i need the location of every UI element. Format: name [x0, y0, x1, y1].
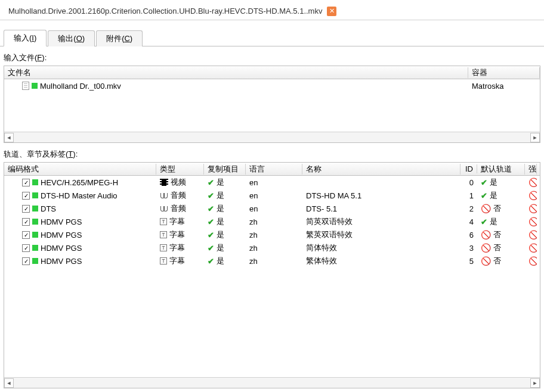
th-id[interactable]: ID [460, 164, 477, 173]
track-row[interactable]: ✓HEVC/H.265/MPEG-H 视频✔ 是en0✔ 是🚫 [4, 176, 540, 189]
track-forced: 🚫 [525, 217, 537, 226]
track-row[interactable]: ✓HDMV PGST 字幕✔ 是zh简英双语特效4✔ 是🚫 [4, 215, 540, 228]
track-id: 1 [469, 191, 474, 200]
track-type: 字幕 [169, 216, 185, 227]
file-tab[interactable]: Mulholland.Drive.2001.2160p.Criterion.Co… [4, 4, 327, 18]
track-checkbox[interactable]: ✓ [22, 231, 30, 239]
scroll-left-icon[interactable]: ◄ [4, 378, 14, 388]
file-icon [22, 82, 29, 90]
track-row[interactable]: ✓DTS-HD Master Audio 音频✔ 是enDTS-HD MA 5.… [4, 189, 540, 202]
track-lang: zh [249, 244, 258, 253]
th-type[interactable]: 类型 [156, 164, 204, 175]
track-checkbox[interactable]: ✓ [22, 179, 30, 186]
text-icon: T [160, 231, 167, 238]
files-body[interactable]: Mulholland Dr._t00.mkvMatroska [4, 79, 540, 132]
track-codec: HDMV PGS [41, 257, 82, 266]
track-name: 繁英双语特效 [306, 229, 353, 240]
text-icon: T [160, 257, 167, 265]
track-default: 🚫 否 [477, 256, 525, 266]
track-default: ✔ 是 [477, 216, 525, 227]
track-type: 字幕 [169, 256, 185, 266]
th-name[interactable]: 名称 [302, 164, 460, 175]
files-header: 文件名 容器 [4, 66, 540, 79]
track-default: 🚫 否 [477, 229, 525, 240]
track-checkbox[interactable]: ✓ [22, 192, 30, 200]
check-icon: ✔ [208, 244, 214, 253]
track-copy: ✔ 是 [204, 177, 246, 188]
check-icon: ✔ [481, 217, 487, 226]
files-hscrollbar[interactable]: ◄ ► [4, 132, 540, 142]
track-lang: en [249, 191, 258, 200]
th-copy[interactable]: 复制项目 [204, 164, 246, 175]
track-checkbox[interactable]: ✓ [22, 257, 30, 265]
track-forced: 🚫 [525, 178, 537, 187]
track-codec: HDMV PGS [41, 217, 82, 226]
prohibit-icon: 🚫 [528, 204, 537, 213]
status-square-icon [32, 232, 38, 238]
tracks-hscrollbar[interactable]: ◄ ► [4, 377, 540, 388]
status-square-icon [32, 219, 38, 225]
track-lang: zh [249, 217, 258, 226]
track-row[interactable]: ✓DTS 音频✔ 是enDTS- 5.12🚫 否🚫 [4, 202, 540, 215]
check-icon: ✔ [208, 204, 214, 213]
th-forced[interactable]: 强 [525, 164, 537, 175]
th-default[interactable]: 默认轨道 [477, 164, 525, 175]
files-header-container[interactable]: 容器 [468, 67, 540, 78]
check-icon: ✔ [481, 178, 487, 187]
scroll-right-icon[interactable]: ► [530, 133, 540, 142]
input-files-label: 输入文件(F): [0, 46, 544, 66]
track-id: 3 [469, 244, 474, 253]
file-container: Matroska [472, 82, 503, 91]
track-checkbox[interactable]: ✓ [22, 244, 30, 252]
track-row[interactable]: ✓HDMV PGST 字幕✔ 是zh繁体特效5🚫 否🚫 [4, 254, 540, 267]
tracks-body[interactable]: ✓HEVC/H.265/MPEG-H 视频✔ 是en0✔ 是🚫✓DTS-HD M… [4, 176, 540, 377]
track-lang: en [249, 178, 258, 187]
tab-output[interactable]: 输出(O) [48, 30, 95, 46]
prohibit-icon: 🚫 [481, 204, 491, 213]
prohibit-icon: 🚫 [481, 243, 491, 253]
track-copy: ✔ 是 [204, 256, 246, 266]
track-codec: HDMV PGS [41, 244, 82, 253]
check-icon: ✔ [481, 191, 487, 200]
tab-input[interactable]: 输入(I) [4, 30, 47, 46]
text-icon: T [160, 244, 167, 251]
input-files-panel: 文件名 容器 Mulholland Dr._t00.mkvMatroska ◄ … [4, 66, 540, 143]
track-default: ✔ 是 [477, 177, 525, 188]
track-codec: DTS-HD Master Audio [41, 191, 118, 200]
th-lang[interactable]: 语言 [246, 164, 302, 175]
track-copy: ✔ 是 [204, 190, 246, 201]
track-id: 2 [469, 204, 474, 213]
track-checkbox[interactable]: ✓ [22, 205, 30, 213]
track-lang: en [249, 204, 258, 213]
status-square-icon [32, 179, 38, 185]
tracks-header: 编码格式 类型 复制项目 语言 名称 ID 默认轨道 强 [4, 163, 540, 176]
track-row[interactable]: ✓HDMV PGST 字幕✔ 是zh简体特效3🚫 否🚫 [4, 241, 540, 254]
files-header-name[interactable]: 文件名 [4, 67, 468, 78]
file-row[interactable]: Mulholland Dr._t00.mkvMatroska [4, 79, 540, 92]
scroll-right-icon[interactable]: ► [530, 378, 540, 388]
track-forced: 🚫 [525, 243, 537, 253]
prohibit-icon: 🚫 [528, 256, 537, 266]
track-id: 6 [469, 231, 474, 239]
track-type: 字幕 [169, 242, 185, 253]
prohibit-icon: 🚫 [528, 217, 537, 226]
prohibit-icon: 🚫 [481, 230, 491, 239]
scroll-left-icon[interactable]: ◄ [4, 133, 14, 142]
track-checkbox[interactable]: ✓ [22, 218, 30, 226]
headphones-icon [160, 192, 168, 199]
track-forced: 🚫 [525, 256, 537, 266]
th-codec[interactable]: 编码格式 [4, 164, 156, 175]
headphones-icon [160, 205, 168, 212]
track-forced: 🚫 [525, 191, 537, 200]
track-name: 简体特效 [306, 242, 337, 253]
track-type: 音频 [171, 203, 186, 214]
track-copy: ✔ 是 [204, 203, 246, 214]
close-file-tab-icon[interactable]: ✕ [327, 7, 336, 16]
track-forced: 🚫 [525, 204, 537, 213]
track-codec: DTS [41, 204, 56, 213]
track-default: 🚫 否 [477, 242, 525, 253]
open-file-tabs: Mulholland.Drive.2001.2160p.Criterion.Co… [0, 0, 544, 20]
prohibit-icon: 🚫 [528, 243, 537, 253]
tab-attachments[interactable]: 附件(C) [96, 30, 143, 46]
track-row[interactable]: ✓HDMV PGST 字幕✔ 是zh繁英双语特效6🚫 否🚫 [4, 228, 540, 241]
